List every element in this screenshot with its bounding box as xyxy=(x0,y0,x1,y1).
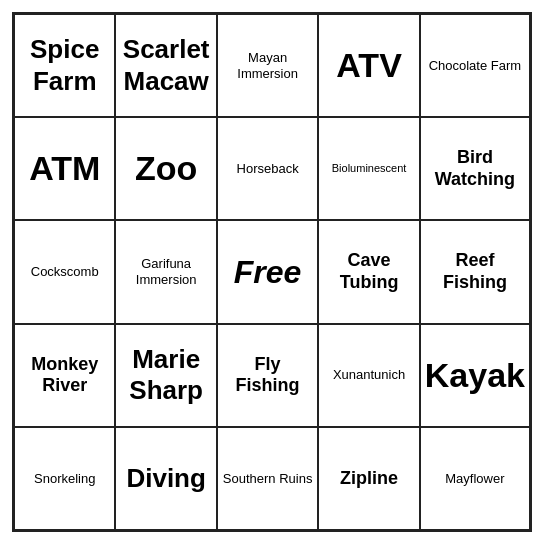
cell-label: Kayak xyxy=(425,355,525,396)
bingo-cell-r1c3: Bioluminescent xyxy=(318,117,419,220)
cell-label: Mayan Immersion xyxy=(222,50,313,81)
bingo-cell-r1c4: Bird Watching xyxy=(420,117,530,220)
bingo-cell-r2c0: Cockscomb xyxy=(14,220,115,323)
bingo-cell-r3c3: Xunantunich xyxy=(318,324,419,427)
bingo-cell-r3c4: Kayak xyxy=(420,324,530,427)
bingo-cell-r0c0: Spice Farm xyxy=(14,14,115,117)
bingo-cell-r4c4: Mayflower xyxy=(420,427,530,530)
bingo-cell-r4c0: Snorkeling xyxy=(14,427,115,530)
cell-label: Marie Sharp xyxy=(120,344,211,406)
bingo-cell-r2c3: Cave Tubing xyxy=(318,220,419,323)
cell-label: Xunantunich xyxy=(333,367,405,383)
cell-label: Monkey River xyxy=(19,354,110,397)
bingo-cell-r2c2: Free xyxy=(217,220,318,323)
bingo-cell-r3c0: Monkey River xyxy=(14,324,115,427)
bingo-cell-r4c2: Southern Ruins xyxy=(217,427,318,530)
bingo-card: Spice FarmScarlet MacawMayan ImmersionAT… xyxy=(12,12,532,532)
bingo-cell-r3c2: Fly Fishing xyxy=(217,324,318,427)
cell-label: Cave Tubing xyxy=(323,250,414,293)
cell-label: Reef Fishing xyxy=(425,250,525,293)
cell-label: Bird Watching xyxy=(425,147,525,190)
cell-label: Horseback xyxy=(237,161,299,177)
cell-label: Garifuna Immersion xyxy=(120,256,211,287)
bingo-cell-r4c1: Diving xyxy=(115,427,216,530)
cell-label: Bioluminescent xyxy=(332,162,407,175)
bingo-cell-r0c3: ATV xyxy=(318,14,419,117)
cell-label: Chocolate Farm xyxy=(429,58,521,74)
cell-label: Spice Farm xyxy=(19,34,110,96)
bingo-cell-r1c2: Horseback xyxy=(217,117,318,220)
cell-label: ATV xyxy=(336,45,401,86)
cell-label: Snorkeling xyxy=(34,471,95,487)
bingo-cell-r2c4: Reef Fishing xyxy=(420,220,530,323)
cell-label: ATM xyxy=(29,148,100,189)
cell-label: Free xyxy=(234,253,302,291)
bingo-cell-r0c4: Chocolate Farm xyxy=(420,14,530,117)
bingo-cell-r1c0: ATM xyxy=(14,117,115,220)
bingo-cell-r2c1: Garifuna Immersion xyxy=(115,220,216,323)
bingo-cell-r3c1: Marie Sharp xyxy=(115,324,216,427)
cell-label: Zoo xyxy=(135,148,197,189)
bingo-cell-r1c1: Zoo xyxy=(115,117,216,220)
bingo-cell-r0c1: Scarlet Macaw xyxy=(115,14,216,117)
cell-label: Zipline xyxy=(340,468,398,490)
cell-label: Fly Fishing xyxy=(222,354,313,397)
cell-label: Southern Ruins xyxy=(223,471,313,487)
cell-label: Scarlet Macaw xyxy=(120,34,211,96)
cell-label: Diving xyxy=(126,463,205,494)
bingo-cell-r0c2: Mayan Immersion xyxy=(217,14,318,117)
bingo-cell-r4c3: Zipline xyxy=(318,427,419,530)
cell-label: Mayflower xyxy=(445,471,504,487)
cell-label: Cockscomb xyxy=(31,264,99,280)
